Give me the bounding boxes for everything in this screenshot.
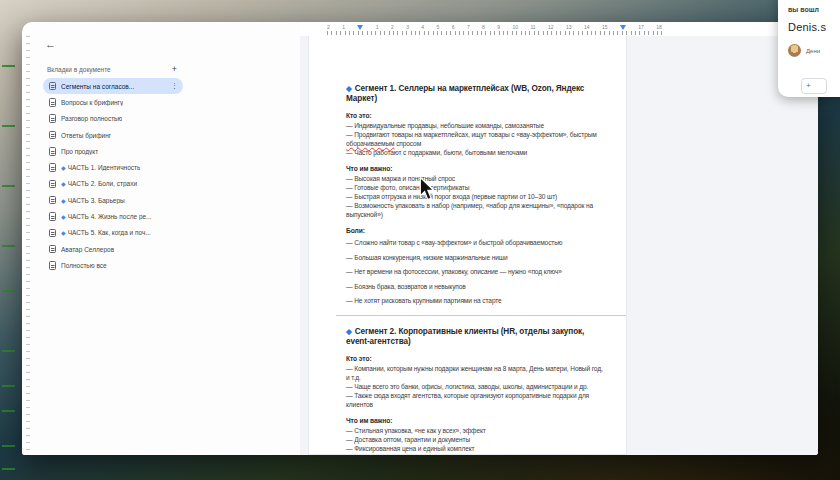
bullet-line: — Быстрая отгрузка и низкий порог входа … [346, 192, 604, 201]
bullet-line: — Большая конкуренция, низкие маржинальн… [346, 253, 604, 262]
sidebar-item-label: Про продукт [61, 148, 98, 155]
wallpaper-tick [2, 410, 15, 412]
mouse-cursor [419, 177, 436, 205]
sidebar-item-about-product[interactable]: Про продукт [43, 143, 183, 159]
plus-icon: + [806, 82, 811, 90]
bullet-line: — Компании, которым нужны подарки женщин… [346, 364, 604, 382]
ruler-number: 10 [512, 24, 518, 31]
bullet-text: спросом [394, 140, 421, 147]
sidebar-item-label: Аватар Селлеров [61, 246, 114, 253]
wallpaper-tick [2, 290, 15, 292]
page-content: ◆Сегмент 1. Селлеры на маркетплейсах (WB… [309, 36, 626, 455]
tab-icon [49, 196, 56, 205]
blue-gem-icon: ◆ [346, 84, 352, 93]
popup-user-name: Дени [806, 48, 820, 54]
sidebar-header-label: Вкладки в документе [47, 66, 172, 73]
ruler-number: 3 [406, 24, 409, 31]
ruler-number: 17 [638, 24, 644, 31]
wallpaper-tick [2, 350, 15, 352]
sidebar-item-label: ЧАСТЬ 3. Барьеры [68, 197, 125, 204]
sidebar-item-label: Разговор полностью [61, 115, 122, 122]
bullet-line: — Высокая маржа и понятный спрос [346, 174, 604, 183]
sidebar-item-part2[interactable]: ◆ ЧАСТЬ 2. Боли, страхи [43, 176, 183, 192]
document-tabs-sidebar: ← Вкладки в документе + Сегменты на согл… [31, 22, 300, 455]
tab-icon [49, 131, 56, 140]
sidebar-item-briefing-questions[interactable]: Вопросы к брифингу [43, 94, 183, 110]
sidebar-item-part5[interactable]: ◆ ЧАСТЬ 5. Как, когда и поч... [43, 225, 183, 241]
sidebar-item-briefing-answers[interactable]: Ответы брифинг [43, 127, 183, 143]
segment1-heading: ◆Сегмент 1. Селлеры на маркетплейсах (WB… [346, 84, 604, 104]
bullet-line: — Стильная упаковка, «не как у всех», эф… [346, 426, 604, 435]
tab-icon [49, 245, 56, 254]
sidebar-item-label: Сегменты на согласов... [61, 83, 134, 90]
sidebar-item-everything[interactable]: Полностью все [43, 257, 183, 273]
tab-more-icon[interactable]: ⋮ [171, 82, 178, 90]
bullet-line: — Чаще всего это банки, офисы, логистика… [346, 382, 604, 391]
bullet-line: — Сложно найти товар с «вау-эффектом» и … [346, 238, 604, 247]
vertical-ruler[interactable] [22, 36, 31, 455]
tab-icon [49, 163, 56, 172]
important-label: Что им важно: [346, 165, 604, 172]
account-popup: вы вошл Denis.s Дени + [778, 0, 840, 97]
pains-list: — Сложно найти товар с «вау-эффектом» и … [346, 238, 604, 305]
ruler-number: 5 [437, 24, 440, 31]
sidebar-item-label: ЧАСТЬ 1. Идентичность [68, 164, 141, 171]
back-arrow-icon[interactable]: ← [45, 38, 56, 50]
add-tab-button[interactable]: + [172, 64, 177, 74]
sidebar-item-part1[interactable]: ◆ ЧАСТЬ 1. Идентичность [43, 159, 183, 175]
ruler-number: 11 [530, 24, 535, 31]
tab-icon [49, 180, 56, 189]
sidebar-item-part4[interactable]: ◆ ЧАСТЬ 4. Жизнь после ре... [43, 208, 183, 224]
ruler-number: 13 [566, 24, 572, 31]
sidebar-header: Вкладки в документе + [47, 64, 177, 74]
indent-marker-right[interactable] [620, 25, 626, 30]
indent-marker-left[interactable] [357, 25, 363, 30]
gem-icon: ◆ [61, 164, 66, 171]
sidebar-item-label: ЧАСТЬ 5. Как, когда и поч... [68, 229, 151, 236]
misspelled-word: оборачиваемым [346, 140, 394, 147]
popup-user-row[interactable]: Дени [788, 44, 820, 57]
sidebar-item-segments[interactable]: Сегменты на согласов... ⋮ [43, 78, 183, 94]
sidebar-item-label: Ответы брифинг [61, 132, 111, 139]
bullet-line: — Также сюда входят агентства, которые о… [346, 391, 604, 409]
who-label: Кто это: [346, 355, 604, 362]
bullet-line: — Индивидуальные продавцы, небольшие ком… [346, 121, 604, 130]
ruler-number: 6 [452, 24, 455, 31]
who-label: Кто это: [346, 112, 604, 119]
gem-icon: ◆ [61, 229, 66, 236]
tab-icon [49, 261, 56, 270]
wallpaper-tick [2, 385, 15, 387]
ruler-number: 7 [467, 24, 470, 31]
google-docs-window: ← Вкладки в документе + Сегменты на согл… [22, 22, 818, 455]
bullet-line: — Фиксированная цена и единый комплект [346, 444, 604, 453]
ruler-number: 1 [376, 24, 379, 31]
ruler-number: 15 [602, 24, 608, 31]
ruler-number: 14 [584, 24, 590, 31]
tab-icon [49, 147, 56, 156]
tab-icon [49, 98, 56, 107]
popup-truncated-text: вы вошл [788, 6, 819, 13]
sidebar-item-part3[interactable]: ◆ ЧАСТЬ 3. Барьеры [43, 192, 183, 208]
ruler-number: 1 [342, 24, 345, 31]
segment2-title: Сегмент 2. Корпоративные клиенты (HR, от… [346, 327, 584, 346]
bullet-line: — Доставка оптом, гарантии и документы [346, 435, 604, 444]
bullet-line: — Боязнь брака, возвратов и невыкупов [346, 282, 604, 291]
gem-icon: ◆ [61, 213, 66, 220]
popup-account-name: Denis.s [788, 21, 826, 33]
document-page[interactable]: ◆Сегмент 1. Селлеры на маркетплейсах (WB… [308, 36, 627, 455]
ruler-number: 8 [482, 24, 485, 31]
tab-list: Сегменты на согласов... ⋮ Вопросы к бриф… [43, 78, 183, 274]
sidebar-item-label: ЧАСТЬ 4. Жизнь после ре... [68, 213, 152, 220]
sidebar-item-full-talk[interactable]: Разговор полностью [43, 111, 183, 127]
horizontal-ruler[interactable]: 2 1 1 2 3 4 5 6 7 8 9 10 11 12 13 14 15 … [300, 22, 818, 36]
important-label: Что им важно: [346, 417, 604, 424]
tab-icon [49, 212, 56, 221]
popup-action-button[interactable]: + [801, 78, 827, 94]
tab-icon [49, 229, 56, 238]
ruler-numbers: 2 1 1 2 3 4 5 6 7 8 9 10 11 12 13 14 15 … [327, 24, 662, 31]
sidebar-item-seller-avatar[interactable]: Аватар Селлеров [43, 241, 183, 257]
bullet-line: — Не хотят рисковать крупными партиями н… [346, 296, 604, 305]
desktop-background: ← Вкладки в документе + Сегменты на согл… [0, 0, 840, 480]
ruler-number: 9 [497, 24, 500, 31]
wallpaper-tick [2, 65, 15, 67]
